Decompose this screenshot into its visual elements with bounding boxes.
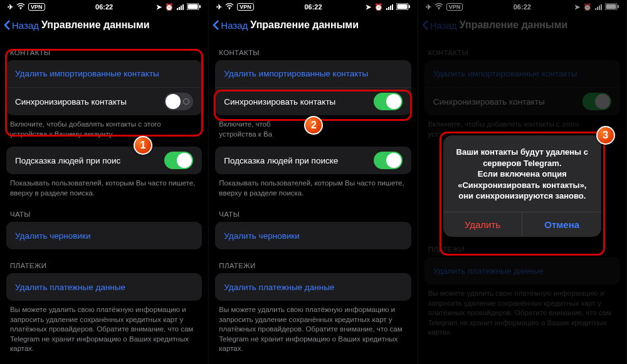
section-contacts: КОНТАКТЫ [209,36,417,60]
suggest-row[interactable]: Подсказка людей при поис [6,147,202,174]
airplane-icon: ✈ [216,3,222,11]
screen-3: ✈ VPN 06:22 ➤ ⏰ Назад Управление данными… [418,0,627,364]
delete-imported-contacts[interactable]: Удалить импортированные контакты [215,60,411,88]
sync-contacts-row[interactable]: Синхронизировать контакты [215,88,411,115]
airplane-icon: ✈ [8,3,13,11]
wifi-icon [16,3,25,11]
delete-drafts[interactable]: Удалить черновики [215,222,411,249]
alert-cancel-button[interactable]: Отмена [522,212,601,237]
contacts-note: Включите, чтобы добавлять контакты с это… [0,115,208,139]
suggest-note: Показывать пользователей, которым Вы час… [0,174,208,198]
delete-payments[interactable]: Удалить платежные данные [6,273,202,301]
delete-payments[interactable]: Удалить платежные данные [215,273,411,301]
sync-contacts-toggle[interactable] [374,93,403,110]
vpn-badge: VPN [237,3,254,11]
back-button[interactable]: Назад [4,19,39,31]
location-icon: ➤ [366,3,371,11]
svg-rect-6 [397,4,407,9]
suggest-toggle[interactable] [374,152,403,169]
battery-icon [187,3,201,11]
vpn-badge: VPN [28,3,45,11]
chevron-left-icon [213,19,219,31]
alert-delete-button[interactable]: Удалить [443,212,523,237]
section-payments: ПЛАТЕЖИ [209,249,417,273]
nav-bar: Назад Управление данными [209,14,417,36]
alert-dialog: Ваши контакты будут удалены с серверов T… [443,135,601,237]
alert-message: Ваши контакты будут удалены с серверов T… [443,135,601,212]
svg-point-4 [229,8,230,9]
status-bar: ✈ VPN 06:22 ➤ ⏰ [209,0,417,14]
svg-rect-3 [199,5,201,8]
sync-contacts-label: Синхронизировать контакты [15,97,164,107]
back-label: Назад [221,20,248,31]
location-icon: ➤ [156,3,162,11]
alarm-icon: ⏰ [374,3,383,11]
section-payments: ПЛАТЕЖИ [0,249,208,273]
section-chats: ЧАТЫ [0,198,208,222]
suggest-row[interactable]: Подсказка людей при поиске [215,147,411,174]
suggest-card: Подсказка людей при поиске [215,147,411,174]
suggest-label: Подсказка людей при поис [15,156,164,165]
svg-rect-2 [188,4,198,9]
page-title: Управление данными [250,19,413,31]
payments-card: Удалить платежные данные [6,273,202,301]
contacts-card: Удалить импортированные контакты Синхрон… [6,60,202,115]
wifi-icon [225,3,234,11]
page-title: Управление данными [41,19,204,31]
screen-1: ✈ VPN 06:22 ➤ ⏰ Назад Управление данными… [0,0,209,364]
delete-drafts[interactable]: Удалить черновики [6,222,202,249]
section-contacts: КОНТАКТЫ [0,36,208,60]
battery-icon [396,3,410,11]
delete-imported-contacts[interactable]: Удалить импортированные контакты [6,60,202,88]
back-button[interactable]: Назад [213,19,248,31]
chevron-left-icon [4,19,11,31]
signal-icon [386,4,393,10]
suggest-note: Показывать пользователей, которым Вы час… [209,174,417,198]
contacts-note: Включите, чтоб устройства к Ва [209,115,417,139]
screen-2: ✈ VPN 06:22 ➤ ⏰ Назад Управление данными… [209,0,418,364]
chats-card: Удалить черновики [6,222,202,249]
payments-note: Вы можете удалить свою платёжную информа… [0,301,208,354]
signal-icon [177,4,184,10]
payments-note: Вы можете удалить свою платёжную информа… [209,301,417,354]
suggest-label: Подсказка людей при поиске [224,156,373,165]
suggest-toggle[interactable] [164,152,193,169]
content: КОНТАКТЫ Удалить импортированные контакт… [209,36,417,364]
suggest-card: Подсказка людей при поис [6,147,202,174]
back-label: Назад [12,20,39,31]
payments-card: Удалить платежные данные [215,273,411,301]
chats-card: Удалить черновики [215,222,411,249]
contacts-card: Удалить импортированные контакты Синхрон… [215,60,411,115]
status-bar: ✈ VPN 06:22 ➤ ⏰ [0,0,208,14]
sync-contacts-toggle[interactable] [164,93,193,110]
content: КОНТАКТЫ Удалить импортированные контакт… [0,36,208,364]
section-chats: ЧАТЫ [209,198,417,222]
svg-point-0 [20,8,21,9]
sync-contacts-label: Синхронизировать контакты [224,97,373,107]
sync-contacts-row[interactable]: Синхронизировать контакты [6,88,202,115]
svg-rect-7 [409,5,410,8]
nav-bar: Назад Управление данными [0,14,208,36]
alarm-icon: ⏰ [165,3,174,11]
